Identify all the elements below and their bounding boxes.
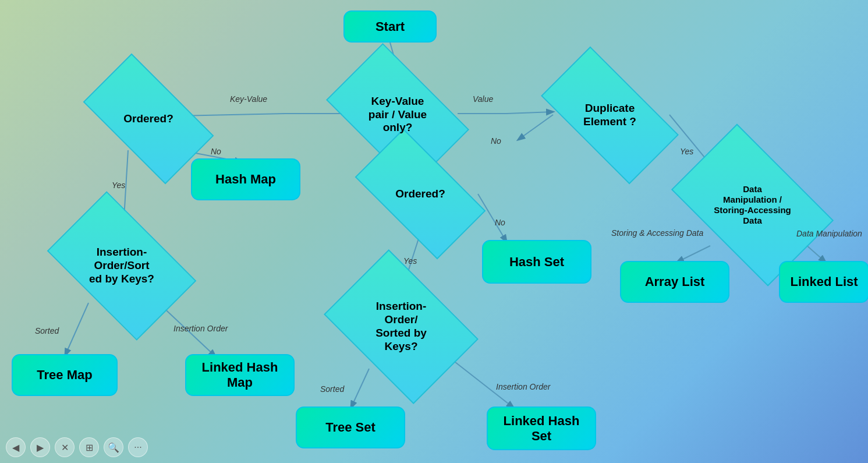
label-ordered1-yes: Yes [112, 181, 125, 190]
label-ins2-sorted: Sorted [320, 384, 344, 394]
linked-list-label: Linked List [790, 274, 858, 289]
tree-map-node: Tree Map [12, 354, 118, 396]
label-ordered2-no: No [495, 218, 505, 227]
label-dup-no: No [491, 136, 501, 146]
hash-map-label: Hash Map [215, 172, 276, 187]
toolbar: ◀ ▶ ✕ ⊞ 🔍 ··· [6, 437, 148, 457]
svg-line-10 [65, 303, 88, 355]
toolbar-btn-more[interactable]: ··· [128, 437, 148, 457]
array-list-label: Array List [645, 274, 705, 289]
toolbar-btn-prev[interactable]: ◀ [6, 437, 26, 457]
linked-list-node: Linked List [779, 261, 868, 303]
label-value: Value [473, 94, 493, 104]
label-ins2-insertion: Insertion Order [496, 382, 550, 391]
label-data-storing: Storing & Accessing Data [611, 228, 703, 238]
ins-sorted1-label: Insertion- Order/Sort ed by Keys? [89, 246, 154, 285]
label-ordered1-no: No [211, 147, 221, 156]
linked-hash-set-node: Linked Hash Set [487, 407, 596, 450]
toolbar-btn-next[interactable]: ▶ [30, 437, 50, 457]
ordered1-label: Ordered? [123, 112, 173, 126]
ins-sorted1-diamond: Insertion- Order/Sort ed by Keys? [58, 224, 185, 308]
dup-elem-diamond: Duplicate Element ? [547, 80, 672, 150]
label-key-value: Key-Value [230, 94, 267, 104]
label-data-manip2: Data Manipulation [796, 229, 862, 239]
ordered2-label: Ordered? [395, 188, 445, 201]
label-ins1-sorted: Sorted [35, 326, 59, 335]
toolbar-btn-zoom[interactable]: 🔍 [104, 437, 123, 457]
hash-map-node: Hash Map [191, 158, 300, 200]
hash-set-label: Hash Set [509, 255, 564, 270]
linked-hash-set-label: Linked Hash Set [504, 413, 580, 444]
ordered1-diamond: Ordered? [90, 84, 207, 153]
dup-elem-label: Duplicate Element ? [583, 102, 636, 129]
linked-hash-map-node: Linked Hash Map [185, 354, 295, 396]
tree-map-label: Tree Map [37, 367, 92, 383]
ordered2-diamond: Ordered? [362, 160, 479, 228]
svg-line-12 [351, 369, 369, 408]
array-list-node: Array List [620, 261, 729, 303]
tree-set-label: Tree Set [325, 420, 375, 435]
ins-sorted2-diamond: Insertion- Order/ Sorted by Keys? [338, 281, 465, 373]
toolbar-btn-grid[interactable]: ⊞ [79, 437, 99, 457]
data-manip-label: Data Manipulation / Storing-Accessing Da… [714, 184, 791, 226]
label-ordered2-yes: Yes [403, 256, 417, 266]
start-node: Start [343, 10, 437, 43]
label-dup-yes: Yes [680, 147, 693, 156]
ins-sorted2-label: Insertion- Order/ Sorted by Keys? [375, 300, 427, 353]
linked-hash-map-label: Linked Hash Map [202, 360, 278, 390]
label-ins1-insertion: Insertion Order [173, 324, 228, 333]
toolbar-btn-close[interactable]: ✕ [55, 437, 75, 457]
tree-set-node: Tree Set [296, 407, 405, 448]
kv-pair-label: Key-Value pair / Value only? [369, 95, 427, 135]
start-label: Start [375, 19, 405, 34]
hash-set-node: Hash Set [482, 240, 591, 284]
